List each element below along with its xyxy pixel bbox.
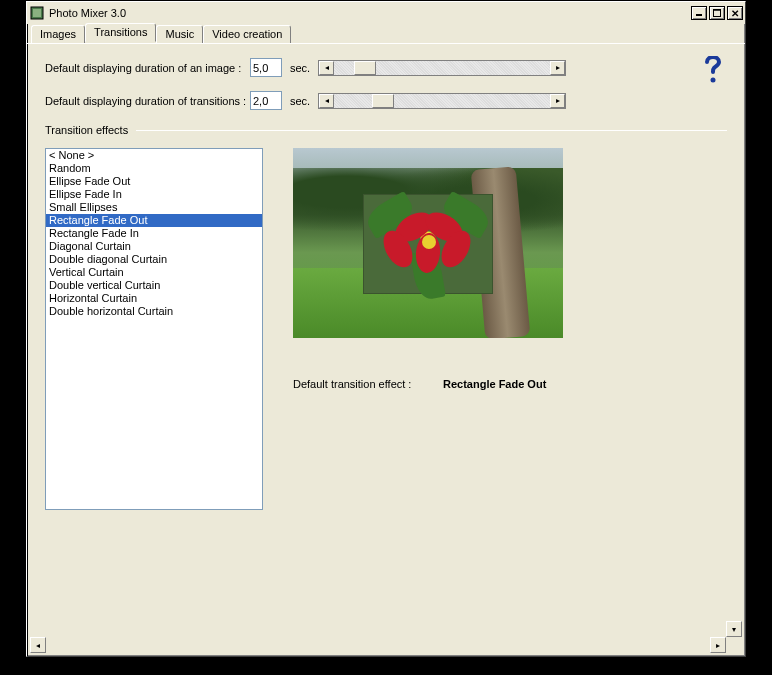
transition-duration-slider[interactable]: ◂ ▸ xyxy=(318,93,566,109)
default-effect-value: Rectangle Fade Out xyxy=(443,378,546,390)
list-item[interactable]: Horizontal Curtain xyxy=(46,292,262,305)
slider-left-arrow[interactable]: ◂ xyxy=(319,94,334,108)
slider-thumb[interactable] xyxy=(354,61,376,75)
image-duration-row: Default displaying duration of an image … xyxy=(45,58,727,77)
tab-bar: Images Transitions Music Video creation xyxy=(27,24,745,44)
hscroll-left-arrow[interactable]: ◂ xyxy=(30,637,46,653)
close-button[interactable]: ✕ xyxy=(727,6,743,20)
app-icon xyxy=(29,5,45,21)
slider-thumb[interactable] xyxy=(372,94,394,108)
svg-rect-1 xyxy=(33,9,41,17)
vertical-scrollbar[interactable]: ▾ xyxy=(726,52,742,637)
default-effect-row: Default transition effect : Rectangle Fa… xyxy=(293,378,727,390)
list-item[interactable]: Double horizontal Curtain xyxy=(46,305,262,318)
vscroll-track[interactable] xyxy=(726,52,742,621)
titlebar: Photo Mixer 3.0 ✕ xyxy=(27,2,745,24)
transition-preview xyxy=(293,148,563,338)
list-item[interactable]: Random xyxy=(46,162,262,175)
image-duration-slider[interactable]: ◂ ▸ xyxy=(318,60,566,76)
list-item[interactable]: Ellipse Fade In xyxy=(46,188,262,201)
default-effect-label: Default transition effect : xyxy=(293,378,443,390)
list-item[interactable]: Double diagonal Curtain xyxy=(46,253,262,266)
list-item[interactable]: Diagonal Curtain xyxy=(46,240,262,253)
section-transition-effects: Transition effects xyxy=(45,124,727,136)
list-item[interactable]: Rectangle Fade Out xyxy=(46,214,262,227)
transition-duration-label: Default displaying duration of transitio… xyxy=(45,95,250,107)
tab-content: Default displaying duration of an image … xyxy=(27,44,745,642)
preview-column: Default transition effect : Rectangle Fa… xyxy=(293,148,727,510)
transition-duration-row: Default displaying duration of transitio… xyxy=(45,91,727,110)
slider-right-arrow[interactable]: ▸ xyxy=(550,94,565,108)
help-icon[interactable] xyxy=(701,56,725,84)
hscroll-track[interactable] xyxy=(46,637,710,653)
image-duration-unit: sec. xyxy=(290,62,310,74)
transition-duration-unit: sec. xyxy=(290,95,310,107)
list-item[interactable]: Small Ellipses xyxy=(46,201,262,214)
list-item[interactable]: < None > xyxy=(46,149,262,162)
slider-left-arrow[interactable]: ◂ xyxy=(319,61,334,75)
image-duration-input[interactable] xyxy=(250,58,282,77)
image-duration-label: Default displaying duration of an image … xyxy=(45,62,250,74)
tab-transitions[interactable]: Transitions xyxy=(85,23,156,42)
vscroll-down-arrow[interactable]: ▾ xyxy=(726,621,742,637)
list-item[interactable]: Vertical Curtain xyxy=(46,266,262,279)
list-item[interactable]: Ellipse Fade Out xyxy=(46,175,262,188)
hscroll-right-arrow[interactable]: ▸ xyxy=(710,637,726,653)
slider-track[interactable] xyxy=(334,61,550,75)
window-title: Photo Mixer 3.0 xyxy=(49,7,689,19)
svg-point-5 xyxy=(711,78,716,83)
tab-music[interactable]: Music xyxy=(156,25,203,44)
effects-listbox[interactable]: < None >RandomEllipse Fade OutEllipse Fa… xyxy=(45,148,263,510)
app-window: Photo Mixer 3.0 ✕ Images Transitions Mus… xyxy=(26,1,746,657)
slider-right-arrow[interactable]: ▸ xyxy=(550,61,565,75)
section-divider xyxy=(136,130,727,131)
maximize-button[interactable] xyxy=(709,6,725,20)
horizontal-scrollbar[interactable]: ◂ ▸ xyxy=(30,637,742,653)
tab-video-creation[interactable]: Video creation xyxy=(203,25,291,44)
minimize-button[interactable] xyxy=(691,6,707,20)
list-item[interactable]: Rectangle Fade In xyxy=(46,227,262,240)
slider-track[interactable] xyxy=(334,94,550,108)
scroll-corner xyxy=(726,637,742,653)
section-label-text: Transition effects xyxy=(45,124,128,136)
effects-area: < None >RandomEllipse Fade OutEllipse Fa… xyxy=(45,148,727,510)
list-item[interactable]: Double vertical Curtain xyxy=(46,279,262,292)
transition-duration-input[interactable] xyxy=(250,91,282,110)
tab-images[interactable]: Images xyxy=(31,25,85,44)
